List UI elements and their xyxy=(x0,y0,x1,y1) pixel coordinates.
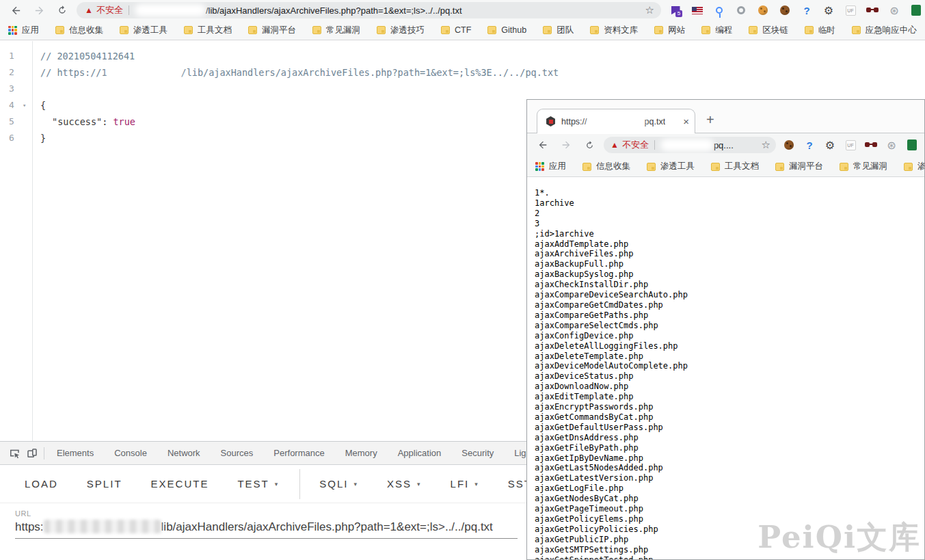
tab-close-icon[interactable]: × xyxy=(679,116,689,127)
apps-grid-icon xyxy=(535,162,544,171)
folder-icon xyxy=(487,26,496,34)
file-list-line: ajaxGetFileByPath.php xyxy=(535,443,924,453)
devtools-tab[interactable]: Application xyxy=(398,448,442,458)
popup-bookmarks-bar: 应用 信息收集 渗透工具 工具文档 xyxy=(527,157,924,177)
devtools-tab[interactable]: Network xyxy=(167,448,200,458)
bookmark-folder[interactable]: Github xyxy=(487,25,526,36)
question-extension-icon[interactable]: ? xyxy=(801,4,813,16)
file-list-line: ajaxGetCommandsByCat.php xyxy=(535,412,924,423)
fold-caret-icon[interactable]: ▾ xyxy=(23,97,26,114)
bookmark-folder[interactable]: 渗透工具 xyxy=(647,161,695,172)
bookmark-folder[interactable]: 渗透技巧 xyxy=(904,161,924,172)
bookmark-folder[interactable]: 信息收集 xyxy=(55,25,103,36)
hackbar-button[interactable]: EXECUTE xyxy=(151,478,209,490)
popup-back-button[interactable] xyxy=(534,136,552,154)
apps-button[interactable]: 应用 xyxy=(8,25,39,36)
main-url-text: /lib/ajaxHandlers/ajaxArchiveFiles.php?p… xyxy=(206,5,462,16)
bookmark-folder[interactable]: 渗透工具 xyxy=(120,25,167,36)
popup-forward-button[interactable] xyxy=(557,136,575,154)
main-url-bar[interactable]: ▲ 不安全 /lib/ajaxHandlers/ajaxArchiveFiles… xyxy=(77,2,661,18)
uf-extension-icon[interactable]: UF xyxy=(844,139,857,151)
bookmark-stack-extension-icon[interactable]: 5 xyxy=(669,4,682,16)
hackbar-glasses-extension-icon[interactable] xyxy=(865,139,877,151)
not-secure-label[interactable]: 不安全 xyxy=(622,139,649,151)
hackbar-dropdown-button[interactable]: SQLI▾ xyxy=(319,478,358,490)
hackbar-dropdown-button[interactable]: XSS▾ xyxy=(387,478,422,490)
devtools-tab[interactable]: Console xyxy=(114,448,147,458)
hackbar-dropdown-button[interactable]: LFI▾ xyxy=(451,478,479,490)
caret-down-icon: ▾ xyxy=(353,481,358,488)
popup-url-bar[interactable]: ▲ 不安全 pq.... ☆ xyxy=(604,137,776,153)
device-toolbar-icon[interactable] xyxy=(23,445,41,462)
bookmark-folder[interactable]: 常见漏洞 xyxy=(840,161,887,172)
green-extension-icon[interactable] xyxy=(906,139,918,151)
file-list-line: 1archive xyxy=(535,198,924,209)
file-list-line: ajaxGetLast5NodesAdded.php xyxy=(535,463,924,473)
bookmark-folder[interactable]: 工具文档 xyxy=(711,161,759,172)
bookmark-folder[interactable]: 团队 xyxy=(543,25,574,36)
popup-reload-button[interactable] xyxy=(580,136,598,154)
question-extension-icon[interactable]: ? xyxy=(803,139,816,151)
popup-url-text: pq.... xyxy=(714,140,734,150)
bookmark-folder[interactable]: 漏洞平台 xyxy=(248,25,296,36)
hackbar-plain-buttons: LOADSPLITEXECUTE xyxy=(25,478,237,490)
bookmark-star-icon[interactable]: ☆ xyxy=(762,139,770,151)
bookmark-star-icon[interactable]: ☆ xyxy=(645,4,654,16)
ring-extension-icon[interactable] xyxy=(735,4,747,16)
asterisk-extension-icon[interactable]: ⊛ xyxy=(885,139,898,151)
not-secure-label[interactable]: 不安全 xyxy=(96,4,123,16)
us-flag-extension-icon[interactable] xyxy=(691,4,703,16)
reload-button[interactable] xyxy=(53,1,71,19)
forward-button[interactable] xyxy=(30,1,48,19)
bookmark-folder[interactable]: 渗透技巧 xyxy=(377,25,425,36)
devtools-tab[interactable]: Security xyxy=(461,448,494,458)
devtools-tab[interactable]: Performance xyxy=(273,448,324,458)
cookie-dark-extension-icon[interactable] xyxy=(779,4,791,16)
popup-nav-row: ▲ 不安全 pq.... ☆ ? ⚙ UF ⊛ xyxy=(527,133,924,157)
file-list-line: ajaxDeleteAllLoggingFiles.php xyxy=(535,341,924,351)
bookmark-folder[interactable]: 信息收集 xyxy=(582,161,630,172)
folder-icon xyxy=(701,26,710,34)
file-list-line: ajaxEncryptPasswords.php xyxy=(535,402,924,412)
cookie-extension-icon[interactable] xyxy=(757,4,769,16)
bookmark-folder[interactable]: 应急响应中心 xyxy=(852,25,917,36)
file-list-line: ajaxDownloadNow.php xyxy=(535,382,924,392)
new-tab-button[interactable]: + xyxy=(706,112,714,128)
bookmark-folder[interactable]: 漏洞平台 xyxy=(775,161,823,172)
devtools-tab[interactable]: Elements xyxy=(57,448,94,458)
popup-active-tab[interactable]: https://pq.txt × xyxy=(537,109,695,133)
devtools-tab[interactable]: Memory xyxy=(345,448,377,458)
popup-extension-icons-row: ? ⚙ UF ⊛ xyxy=(783,139,921,151)
bookmark-folder[interactable]: CTF xyxy=(441,25,471,36)
hackbar-glasses-extension-icon[interactable] xyxy=(866,4,879,16)
bookmark-folder[interactable]: 编程 xyxy=(701,25,732,36)
cookie-dark-extension-icon[interactable] xyxy=(783,139,795,151)
location-pin-extension-icon[interactable] xyxy=(713,4,725,16)
file-list-line: ajaxGetDefaultUserPass.php xyxy=(535,423,924,433)
green-extension-icon[interactable] xyxy=(910,4,922,16)
file-list-line: ajaxGetDnsAddress.php xyxy=(535,433,924,443)
bookmark-folder[interactable]: 临时 xyxy=(805,25,835,36)
back-button[interactable] xyxy=(7,1,25,19)
folder-icon xyxy=(749,26,758,34)
folder-icon xyxy=(775,163,784,171)
file-list-line: ajaxGetLatestVersion.php xyxy=(535,473,924,483)
folder-icon xyxy=(441,26,450,34)
bookmark-folder[interactable]: 网站 xyxy=(654,25,685,36)
hackbar-button[interactable]: SPLIT xyxy=(87,478,122,490)
asterisk-extension-icon[interactable]: ⊛ xyxy=(888,4,900,16)
gear-extension-icon[interactable]: ⚙ xyxy=(824,139,836,151)
apps-button[interactable]: 应用 xyxy=(535,161,566,172)
bookmark-folder[interactable]: 区块链 xyxy=(749,25,788,36)
gear-extension-icon[interactable]: ⚙ xyxy=(822,4,835,16)
hackbar-button[interactable]: LOAD xyxy=(25,478,58,490)
hackbar-dropdown-button[interactable]: TEST▾ xyxy=(237,478,279,490)
bookmark-folder[interactable]: 常见漏洞 xyxy=(312,25,360,36)
bookmark-folder[interactable]: 工具文档 xyxy=(184,25,232,36)
bookmark-folder[interactable]: 资料文库 xyxy=(590,25,638,36)
devtools-tab[interactable]: Sources xyxy=(221,448,254,458)
site-favicon-icon xyxy=(546,116,556,126)
file-list-line: 2 xyxy=(535,209,924,219)
inspect-element-icon[interactable] xyxy=(5,445,23,462)
uf-extension-icon[interactable]: UF xyxy=(844,4,857,16)
